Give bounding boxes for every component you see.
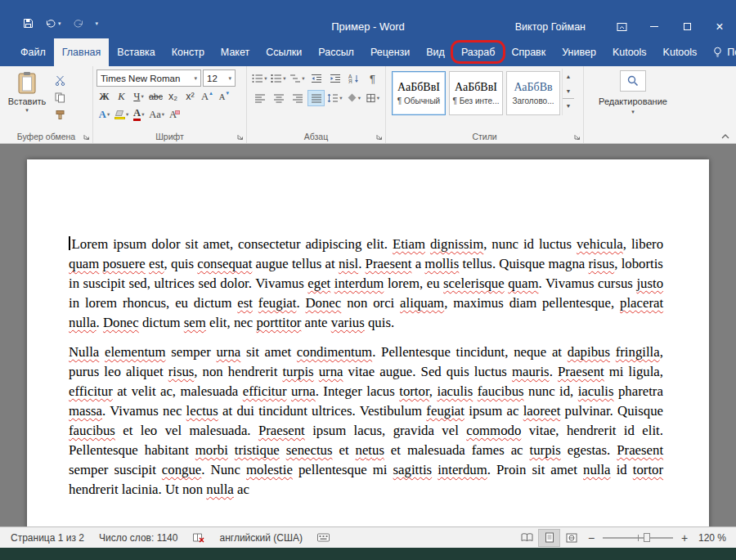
language-indicator[interactable]: английский (США) [212,532,309,544]
font-dialog-launcher[interactable] [236,132,245,141]
highlight-color-button[interactable]: ▾ [114,106,129,123]
tab-design[interactable]: Констр [164,38,213,66]
ribbon-display-options-button[interactable] [605,15,638,38]
align-left-button[interactable] [251,90,268,106]
tab-kutools-plus[interactable]: Kutools [655,38,706,66]
minimize-icon [650,26,658,27]
tab-mailings[interactable]: Рассыл [310,38,362,66]
italic-button[interactable]: К [114,88,129,105]
font-size-combobox[interactable]: 12 ▾ [203,69,236,87]
find-button[interactable] [620,70,646,92]
ribbon-tabs: ФайлГлавнаяВставкаКонстрМакетСсылкиРассы… [12,38,705,66]
copy-button[interactable] [52,91,68,105]
tab-home[interactable]: Главная [54,38,110,66]
eraser-icon [175,110,180,114]
style-card-2[interactable]: АаБбВвI¶ Без инте... [449,71,503,115]
style-card-1[interactable]: АаБбВвI¶ Обычный [392,71,446,115]
word-count[interactable]: Число слов: 1140 [92,532,186,544]
zoom-level[interactable]: 120 % [693,532,733,544]
font-color-label: А [133,108,141,121]
print-layout-button[interactable] [538,529,560,547]
decrease-indent-button[interactable] [307,70,325,87]
grow-font-button[interactable]: А▲ [200,88,215,105]
tab-view[interactable]: Вид [418,38,453,66]
line-spacing-dropdown-icon: ▾ [339,95,342,101]
tab-file[interactable]: Файл [12,38,54,66]
borders-button[interactable]: ▾ [364,90,381,106]
clear-formatting-button[interactable]: А [167,106,182,123]
input-mode[interactable] [310,533,337,542]
line-spacing-icon [327,93,339,103]
tab-developer[interactable]: Разраб [453,38,504,66]
editing-group-button[interactable]: Редактирование [599,96,667,106]
assistant-button[interactable]: Помощн [705,47,736,58]
close-button[interactable]: × [703,15,736,38]
sort-button[interactable]: А Я [345,70,362,87]
bold-button[interactable]: Ж [96,88,112,105]
justify-button[interactable] [307,90,325,106]
font-color-button[interactable]: А▾ [131,106,146,123]
collapse-ribbon-button[interactable] [721,134,729,139]
underline-label: Ч [133,91,140,103]
cut-button[interactable] [52,74,68,87]
underline-dropdown-icon: ▾ [141,93,143,100]
tab-review[interactable]: Рецензи [362,38,418,66]
style-name: Заголово... [513,96,554,105]
document-text[interactable]: Lorem ipsum dolor sit amet, consectetur … [27,159,709,500]
tab-univer[interactable]: Универ [554,38,604,66]
clipboard-dialog-launcher[interactable] [82,132,91,141]
change-case-button[interactable]: Аа▾ [148,106,165,123]
style-card-3[interactable]: АаБбВвЗаголово... [506,71,560,115]
zoom-slider-thumb[interactable] [644,533,650,542]
sort-icon: А Я [348,74,360,83]
tab-layout[interactable]: Макет [213,38,258,66]
paragraph-dialog-launcher[interactable] [375,132,384,141]
styles-scroll-down-icon[interactable]: ▼ [563,83,574,98]
text-effects-button[interactable]: А▾ [96,106,112,123]
page-indicator[interactable]: Страница 1 из 2 [3,532,92,544]
document-page[interactable]: Lorem ipsum dolor sit amet, consectetur … [27,159,709,526]
format-painter-button[interactable] [52,108,68,122]
styles-more-icon[interactable]: ▼ [563,98,574,113]
superscript-button[interactable]: x² [182,88,198,105]
show-formatting-marks-button[interactable]: ¶ [364,70,381,87]
tab-help[interactable]: Справк [503,38,554,66]
styles-scroll-up-icon[interactable]: ▲ [563,69,574,83]
line-spacing-button[interactable]: ▾ [326,90,343,106]
status-bar: Страница 1 из 2 Число слов: 1140 английс… [0,526,736,548]
strikethrough-button[interactable]: abc [148,88,164,105]
font-name-combobox[interactable]: Times New Roman ▾ [96,69,201,87]
proofing-status[interactable] [185,532,212,543]
subscript-button[interactable]: x₂ [165,88,181,105]
zoom-center-notch [638,535,639,541]
minimize-button[interactable] [638,15,671,38]
align-center-button[interactable] [270,90,287,106]
paragraph[interactable]: Nulla elementum semper urna sit amet con… [69,343,663,500]
paste-button[interactable]: Вставить ▾ [2,69,52,130]
read-mode-button[interactable] [516,529,538,547]
align-right-button[interactable] [289,90,306,106]
zoom-out-button[interactable]: − [582,531,600,544]
styles-dialog-launcher[interactable] [572,132,581,141]
shrink-font-button[interactable]: А▼ [217,88,232,105]
shading-button[interactable]: ▾ [345,90,362,106]
zoom-in-button[interactable]: + [675,531,693,544]
zoom-slider[interactable] [603,537,673,539]
numbering-button[interactable]: ▾ [270,70,287,87]
account-name[interactable]: Виктор Гойман [515,21,586,33]
maximize-button[interactable] [671,15,703,38]
paragraph[interactable]: Lorem ipsum dolor sit amet, consectetur … [69,235,663,333]
paste-label: Вставить [8,96,47,106]
tab-kutools[interactable]: Kutools [604,38,655,66]
editing-dropdown-icon: ▾ [631,109,635,115]
spell-check-icon [192,532,204,543]
multilevel-list-button[interactable]: ▾ [289,70,306,87]
tab-insert[interactable]: Вставка [109,38,163,66]
bullets-button[interactable]: ▾ [251,70,268,87]
underline-button[interactable]: Ч▾ [131,88,146,105]
web-layout-button[interactable] [560,529,582,547]
tab-references[interactable]: Ссылки [258,38,310,66]
text-cursor [69,236,70,250]
read-mode-icon [521,533,533,542]
increase-indent-button[interactable] [326,70,343,87]
